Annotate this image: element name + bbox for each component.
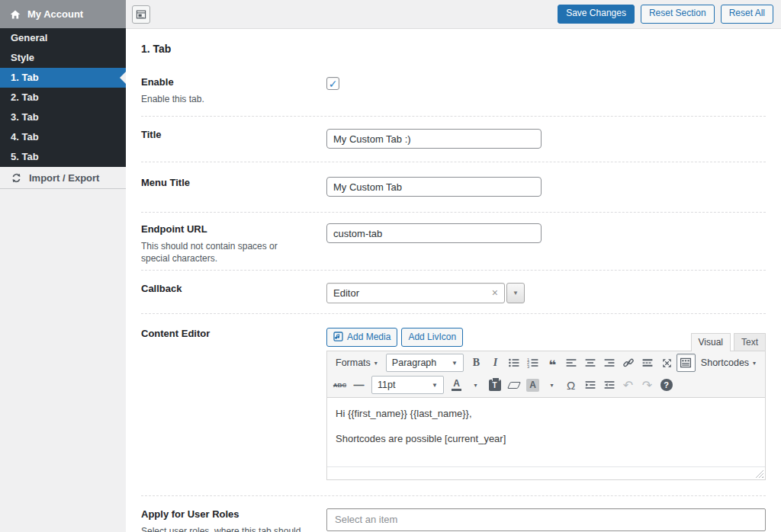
sidebar-item-tab-4[interactable]: 4. Tab [0,127,126,147]
menu-title-input[interactable] [326,177,542,197]
settings-sidebar: My Account General Style 1. Tab 2. Tab 3… [0,0,126,532]
reset-section-button[interactable]: Reset Section [641,5,715,24]
fullscreen-button[interactable] [657,354,677,372]
editor-paragraph: Shortcodes are possible [current_year] [336,432,757,446]
editor-paragraph: Hi {{first_name}} {{last_name}}, [336,407,757,421]
add-livicon-button[interactable]: Add LivIcon [401,328,463,347]
layout-toggle-icon [136,9,146,20]
sidebar-item-tab-2[interactable]: 2. Tab [0,88,126,107]
sidebar-nav: General Style 1. Tab 2. Tab 3. Tab 4. Ta… [0,28,126,167]
topbar-actions: Save Changes Reset Section Reset All [558,5,773,24]
enable-description: Enable this tab. [141,93,305,105]
svg-text:3: 3 [527,364,529,369]
horizontal-rule-button[interactable]: — [349,376,368,394]
special-character-button[interactable]: Ω [561,376,580,394]
field-row-user-roles: Apply for User Roles Select user roles, … [141,496,766,532]
user-roles-description: Select user roles, where this tab should… [141,525,305,532]
font-size-select[interactable]: 11pt ▼ [371,376,444,394]
enable-checkbox[interactable]: ✓ [326,77,339,90]
sidebar-title: My Account [27,8,83,20]
media-icon [333,332,343,341]
strikethrough-button[interactable]: ABC [330,376,349,394]
chevron-down-icon: ▼ [513,290,519,296]
numbered-list-icon: 1 2 3 [527,357,539,369]
sidebar-item-tab-1[interactable]: 1. Tab [0,68,126,88]
help-button[interactable]: ? [657,376,676,394]
sidebar-item-import-export[interactable]: Import / Export [0,167,126,189]
outdent-button[interactable] [580,376,599,394]
callback-dropdown-button[interactable]: ▼ [506,283,525,303]
chevron-down-icon: ▾ [753,360,756,367]
layout-toggle-button[interactable] [132,5,150,24]
field-row-title: Title [141,117,766,162]
blockquote-icon: ❝ [548,357,556,369]
undo-button[interactable]: ↶ [619,376,638,394]
indent-icon [603,379,615,391]
sidebar-item-tab-5[interactable]: 5. Tab [0,147,126,167]
sidebar-item-style[interactable]: Style [0,48,126,68]
field-row-callback: Callback Editor × ▼ [141,271,766,314]
formats-dropdown[interactable]: Formats ▾ [330,354,383,372]
text-editor-tab[interactable]: Text [734,333,766,351]
reset-all-button[interactable]: Reset All [721,5,773,24]
align-left-button[interactable] [562,354,581,372]
read-more-button[interactable] [638,354,657,372]
clear-formatting-button[interactable] [504,376,523,394]
align-right-button[interactable] [600,354,619,372]
insert-link-button[interactable] [619,354,638,372]
eraser-icon [506,382,520,389]
chevron-down-icon: ▾ [374,360,378,367]
topbar: Save Changes Reset Section Reset All [126,0,781,28]
resize-handle[interactable] [755,470,763,478]
title-input[interactable] [326,129,542,149]
bullet-list-button[interactable] [505,354,524,372]
align-left-icon [565,357,577,369]
checkmark-icon: ✓ [329,79,338,89]
paragraph-style-select[interactable]: Paragraph ▼ [386,354,464,372]
user-roles-label: Apply for User Roles [141,508,326,520]
chevron-down-icon: ▾ [474,382,477,389]
enable-label: Enable [141,76,326,88]
editor-toolbar: Formats ▾ Paragraph ▼ B I [327,351,765,398]
italic-icon: I [493,357,497,369]
strikethrough-icon: ABC [333,382,346,389]
bold-button[interactable]: B [467,354,486,372]
numbered-list-button[interactable]: 1 2 3 [524,354,543,372]
settings-panel: 1. Tab Enable Enable this tab. ✓ Title [126,28,781,532]
field-row-endpoint-url: Endpoint URL This should not contain spa… [141,213,766,270]
redo-icon: ↷ [642,378,652,393]
read-more-icon [641,357,654,369]
add-media-button[interactable]: Add Media [326,328,397,347]
help-icon: ? [660,379,673,391]
visual-editor-tab[interactable]: Visual [691,333,731,351]
field-row-enable: Enable Enable this tab. ✓ [141,66,766,117]
text-color-button[interactable]: A [447,376,466,394]
sidebar-item-general[interactable]: General [0,28,126,48]
horizontal-rule-icon: — [354,379,365,391]
field-row-menu-title: Menu Title [141,162,766,213]
paste-as-text-button[interactable]: T [485,376,504,394]
user-roles-input[interactable] [326,508,766,531]
highlight-color-button[interactable]: A [523,376,542,394]
align-center-button[interactable] [581,354,600,372]
chevron-down-icon: ▼ [432,382,438,389]
link-icon [622,357,635,369]
fullscreen-icon [661,357,673,369]
highlight-caret-button[interactable]: ▾ [542,376,561,394]
blockquote-button[interactable]: ❝ [543,354,562,372]
clear-selection-icon[interactable]: × [492,287,498,299]
editor-content-area[interactable]: Hi {{first_name}} {{last_name}}, Shortco… [327,398,765,466]
callback-combobox[interactable]: Editor × ▼ [326,283,525,303]
italic-button[interactable]: I [486,354,505,372]
shortcodes-dropdown[interactable]: Shortcodes ▾ [696,354,761,372]
endpoint-input[interactable] [326,223,542,243]
save-changes-button[interactable]: Save Changes [558,5,635,24]
omega-icon: Ω [567,379,575,392]
toolbar-toggle-button[interactable] [677,354,696,372]
redo-button[interactable]: ↷ [638,376,657,394]
callback-label: Callback [141,283,326,294]
indent-button[interactable] [599,376,619,394]
sidebar-header[interactable]: My Account [0,0,126,28]
text-color-caret-button[interactable]: ▾ [466,376,485,394]
sidebar-item-tab-3[interactable]: 3. Tab [0,107,126,127]
